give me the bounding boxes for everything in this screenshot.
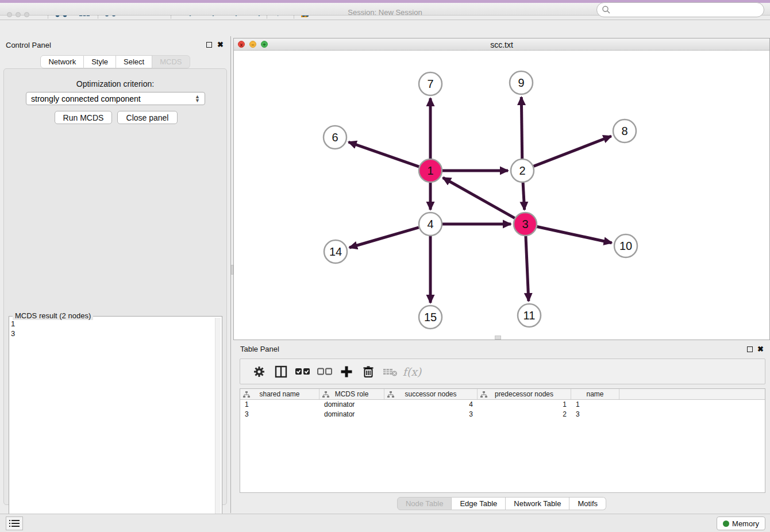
- add-column-icon[interactable]: [336, 362, 357, 381]
- table-cell[interactable]: 2: [478, 410, 571, 419]
- node-label: 10: [619, 240, 632, 252]
- search-input[interactable]: [611, 4, 764, 16]
- table-toolbar: f(x): [240, 358, 765, 384]
- node-label: 14: [329, 245, 342, 258]
- network-window: x − + scc.txt 7968124314101511: [233, 38, 770, 340]
- edge-1-6[interactable]: [349, 142, 419, 167]
- column-header-predecessor-nodes[interactable]: predecessor nodes: [478, 389, 571, 399]
- control-panel-title: Control Panel: [6, 41, 51, 49]
- edge-2-9[interactable]: [521, 97, 522, 159]
- tab-network-table[interactable]: Network Table: [506, 497, 569, 510]
- tab-select[interactable]: Select: [116, 55, 152, 68]
- table-row[interactable]: 3dominator323: [240, 410, 765, 419]
- tab-edge-table[interactable]: Edge Table: [452, 497, 506, 510]
- node-table: shared nameMCDS rolesuccessor nodesprede…: [240, 388, 765, 493]
- select-all-icon[interactable]: [292, 362, 314, 381]
- table-cell[interactable]: 1: [240, 400, 319, 410]
- close-panel-icon[interactable]: ✖: [217, 40, 224, 49]
- graph-node-8[interactable]: 8: [613, 119, 636, 142]
- graph-node-10[interactable]: 10: [614, 234, 637, 257]
- column-header-shared-name[interactable]: shared name: [240, 389, 319, 399]
- control-panel-header: Control Panel ✖: [0, 39, 230, 51]
- node-label: 15: [424, 311, 437, 323]
- graph-node-7[interactable]: 7: [419, 72, 442, 95]
- graph-node-9[interactable]: 9: [510, 71, 533, 94]
- table-settings-gear-icon[interactable]: [248, 362, 270, 381]
- mcds-result-scrollbar[interactable]: [215, 318, 221, 532]
- node-label: 8: [621, 125, 627, 137]
- node-label: 6: [332, 131, 338, 144]
- table-row[interactable]: 1dominator411: [240, 400, 765, 410]
- table-cell[interactable]: 1: [571, 400, 619, 410]
- table-cell[interactable]: dominator: [319, 400, 384, 410]
- search-box[interactable]: [596, 2, 764, 17]
- column-header-name[interactable]: name: [571, 389, 619, 399]
- node-label: 4: [427, 218, 433, 230]
- network-window-titlebar[interactable]: x − + scc.txt: [234, 38, 769, 51]
- edge-3-10[interactable]: [537, 226, 612, 242]
- tab-network[interactable]: Network: [40, 55, 84, 68]
- table-panel-tabs: Node TableEdge TableNetwork TableMotifs: [233, 497, 770, 510]
- delete-column-trash-icon[interactable]: [357, 362, 379, 381]
- graph-node-2[interactable]: 2: [511, 159, 534, 182]
- graph-node-1[interactable]: 1: [419, 159, 442, 182]
- node-table-header: shared nameMCDS rolesuccessor nodesprede…: [240, 389, 765, 400]
- delete-table-icon: [379, 362, 401, 381]
- network-resize-grip[interactable]: [495, 336, 501, 340]
- node-label: 11: [523, 309, 536, 322]
- mcds-result-text[interactable]: 1 3: [11, 319, 213, 531]
- search-icon: [602, 5, 611, 14]
- edge-2-8[interactable]: [534, 136, 611, 166]
- criterion-dropdown[interactable]: strongly connected component ▲▼: [26, 92, 205, 105]
- run-mcds-button[interactable]: Run MCDS: [55, 111, 112, 124]
- table-cell[interactable]: 3: [384, 410, 478, 419]
- dropdown-stepper-icon: ▲▼: [195, 95, 200, 103]
- graph-node-3[interactable]: 3: [514, 213, 537, 236]
- tab-mcds[interactable]: MCDS: [152, 55, 190, 68]
- float-panel-icon[interactable]: [206, 42, 212, 48]
- edge-2-3[interactable]: [523, 183, 525, 210]
- table-cell[interactable]: 3: [571, 410, 619, 419]
- control-panel: Control Panel ✖ NetworkStyleSelectMCDS O…: [0, 36, 230, 513]
- node-label: 7: [427, 78, 433, 90]
- optimization-criterion-label: Optimization criterion:: [4, 79, 226, 88]
- node-label: 1: [427, 164, 433, 177]
- node-label: 3: [522, 218, 528, 230]
- column-header-MCDS-role[interactable]: MCDS role: [319, 389, 384, 399]
- table-cell[interactable]: 1: [478, 400, 571, 410]
- deselect-all-icon[interactable]: [314, 362, 336, 381]
- table-panel-title: Table Panel: [240, 345, 279, 353]
- column-header-successor-nodes[interactable]: successor nodes: [384, 389, 478, 399]
- close-panel-button[interactable]: Close panel: [117, 111, 178, 124]
- edge-3-1[interactable]: [443, 178, 515, 218]
- float-table-panel-icon[interactable]: [747, 346, 753, 352]
- table-cell[interactable]: 4: [384, 400, 478, 410]
- task-history-button[interactable]: [6, 516, 23, 530]
- graph-node-4[interactable]: 4: [419, 213, 442, 236]
- tab-motifs[interactable]: Motifs: [569, 497, 606, 510]
- network-canvas-svg[interactable]: 7968124314101511: [234, 51, 769, 340]
- function-builder-icon: f(x): [401, 362, 423, 381]
- memory-button[interactable]: Memory: [717, 516, 765, 530]
- tab-style[interactable]: Style: [84, 55, 116, 68]
- show-column-panel-icon[interactable]: [270, 362, 292, 381]
- criterion-dropdown-value: strongly connected component: [31, 94, 141, 103]
- graph-node-14[interactable]: 14: [324, 240, 347, 263]
- tab-node-table[interactable]: Node Table: [397, 497, 452, 510]
- table-cell[interactable]: dominator: [319, 410, 384, 419]
- node-label: 9: [518, 76, 524, 89]
- table-cell[interactable]: 3: [240, 410, 319, 419]
- list-icon: [9, 519, 20, 527]
- graph-node-11[interactable]: 11: [518, 304, 541, 327]
- close-table-panel-icon[interactable]: ✖: [757, 345, 764, 353]
- node-table-body: 1dominator4113dominator323: [240, 400, 765, 419]
- graph-node-6[interactable]: 6: [324, 126, 346, 149]
- edge-3-11[interactable]: [526, 236, 529, 301]
- edge-4-14[interactable]: [349, 228, 419, 248]
- node-label: 2: [519, 164, 525, 177]
- mcds-panel-body: Optimization criterion: strongly connect…: [3, 68, 227, 505]
- table-panel: Table Panel ✖: [233, 342, 770, 513]
- control-panel-tabs: NetworkStyleSelectMCDS: [0, 55, 230, 68]
- graph-node-15[interactable]: 15: [419, 306, 442, 329]
- mcds-result-fieldset: MCDS result (2 nodes) 1 3: [9, 316, 222, 532]
